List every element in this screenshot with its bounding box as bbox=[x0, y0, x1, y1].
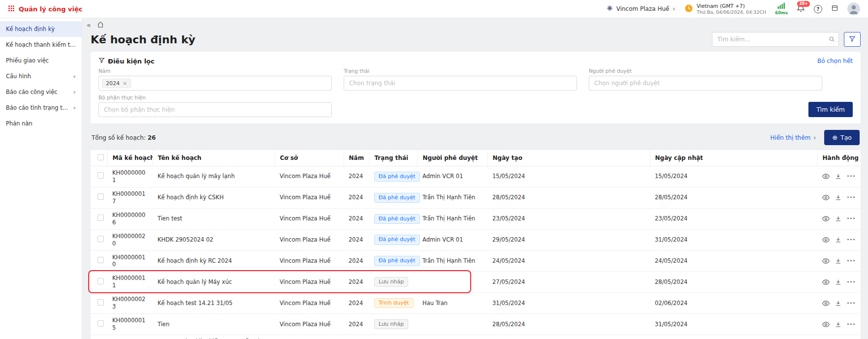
status-select[interactable] bbox=[344, 76, 577, 91]
table-row[interactable]: KH00000001Kế hoạch quản lý máy lạnhVinco… bbox=[91, 166, 861, 187]
table-row[interactable]: KH00000023Kế hoạch test 14.21 31/05Vinco… bbox=[91, 293, 861, 314]
view-icon[interactable] bbox=[822, 215, 830, 222]
row-checkbox[interactable] bbox=[97, 236, 104, 242]
user-avatar[interactable] bbox=[847, 2, 860, 15]
approver-select[interactable] bbox=[589, 76, 822, 91]
cell-created-date: 23/05/2024 bbox=[487, 208, 650, 229]
row-checkbox[interactable] bbox=[97, 278, 104, 284]
table-row[interactable]: KH00000020KHDK 29052024 02Vincom Plaza H… bbox=[91, 229, 861, 250]
table-row[interactable]: KH00000009CS016 - Checklist kiểm tra GH … bbox=[91, 335, 861, 339]
download-icon[interactable] bbox=[835, 300, 841, 307]
search-input[interactable] bbox=[712, 32, 839, 47]
cell-approver: Trần Thị Hạnh Tiên bbox=[418, 208, 487, 229]
row-checkbox[interactable] bbox=[97, 320, 104, 327]
help-button[interactable]: ? bbox=[814, 5, 822, 13]
column-header: Người phê duyệt bbox=[418, 150, 487, 166]
sidebar-item[interactable]: Kế hoạch định kỳ bbox=[0, 21, 82, 37]
view-icon[interactable] bbox=[822, 236, 830, 244]
table-body: KH00000001Kế hoạch quản lý máy lạnhVinco… bbox=[91, 166, 861, 339]
sidebar-item[interactable]: Phiếu giao việc bbox=[0, 53, 82, 68]
close-icon[interactable]: × bbox=[123, 81, 127, 86]
column-header: Năm bbox=[344, 150, 369, 166]
view-icon[interactable] bbox=[822, 300, 830, 307]
sidebar-item-label: Phản nàn bbox=[6, 120, 76, 127]
filter-toggle-button[interactable] bbox=[844, 32, 861, 47]
chevron-down-icon: ∨ bbox=[73, 74, 76, 79]
view-icon[interactable] bbox=[822, 257, 830, 265]
row-checkbox[interactable] bbox=[97, 215, 104, 221]
page-title: Kế hoạch định kỳ bbox=[91, 33, 195, 46]
more-actions-icon[interactable]: ··· bbox=[847, 278, 856, 286]
sidebar-item[interactable]: Kế hoạch thanh kiểm tra chất... bbox=[0, 37, 82, 53]
filter-search-button[interactable]: Tìm kiếm bbox=[808, 102, 853, 117]
sidebar-item[interactable]: Phản nàn bbox=[0, 116, 82, 131]
download-icon[interactable] bbox=[835, 237, 841, 243]
cell-site: Vincom Plaza Huế bbox=[275, 250, 344, 272]
cell-plan-name: Kế hoạch quản lý máy lạnh bbox=[153, 166, 275, 187]
cell-plan-code: KH00000006 bbox=[107, 208, 153, 229]
table-row[interactable]: KH00000011Kế hoạch quản lý Máy xúcVincom… bbox=[91, 272, 861, 293]
cell-plan-name: Kế hoạch định kỳ RC 2024 bbox=[153, 250, 275, 272]
download-icon[interactable] bbox=[835, 321, 841, 328]
download-icon[interactable] bbox=[835, 173, 841, 180]
app-logo[interactable]: Quản lý công việc bbox=[8, 5, 83, 13]
more-actions-icon[interactable]: ··· bbox=[847, 320, 856, 329]
table-row[interactable]: KH00000010Kế hoạch định kỳ RC 2024Vincom… bbox=[91, 250, 861, 272]
table-row[interactable]: KH00000015TienVincom Plaza Huế2024Lưu nh… bbox=[91, 314, 861, 335]
status-badge: Đã phê duyệt bbox=[374, 172, 420, 182]
collapse-sidebar-icon[interactable]: « bbox=[87, 22, 91, 29]
download-icon[interactable] bbox=[835, 216, 841, 222]
more-actions-icon[interactable]: ··· bbox=[847, 193, 856, 202]
year-select[interactable]: 2024 × bbox=[98, 76, 332, 91]
home-icon[interactable] bbox=[97, 21, 104, 30]
timezone-block[interactable]: Vietnam (GMT +7) Thứ Ba, 04/06/2024, 04:… bbox=[684, 3, 766, 15]
download-icon[interactable] bbox=[835, 279, 841, 285]
chevron-down-icon: ∨ bbox=[672, 6, 675, 11]
cell-plan-code: KH00000001 bbox=[107, 166, 153, 187]
sidebar-item[interactable]: Cấu hình∨ bbox=[0, 68, 82, 84]
view-icon[interactable] bbox=[822, 321, 830, 328]
more-actions-icon[interactable]: ··· bbox=[847, 257, 856, 265]
column-header: Hành động bbox=[817, 150, 861, 166]
cell-updated-date: 31/05/2024 bbox=[650, 229, 817, 250]
more-actions-icon[interactable]: ··· bbox=[847, 215, 856, 223]
sidebar-menu: Kế hoạch định kỳKế hoạch thanh kiểm tra … bbox=[0, 21, 82, 131]
more-actions-icon[interactable]: ··· bbox=[847, 172, 856, 181]
row-checkbox[interactable] bbox=[97, 172, 104, 179]
column-header: Cơ sở bbox=[275, 150, 344, 166]
apps-icon[interactable] bbox=[831, 4, 838, 13]
cell-plan-code: KH00000010 bbox=[107, 250, 153, 272]
cell-plan-code: KH00000017 bbox=[107, 187, 153, 208]
cell-plan-name: CS016 - Checklist kiểm tra GH ẩm thực hà… bbox=[153, 335, 275, 339]
sidebar-item[interactable]: Báo cáo công việc∨ bbox=[0, 84, 82, 100]
show-more-link[interactable]: Hiển thị thêm ∨ bbox=[771, 134, 817, 141]
row-checkbox[interactable] bbox=[97, 257, 104, 263]
cell-site: Vincom Plaza Huế bbox=[275, 293, 344, 314]
more-actions-icon[interactable]: ··· bbox=[847, 236, 856, 244]
download-icon[interactable] bbox=[835, 194, 841, 201]
view-icon[interactable] bbox=[822, 173, 830, 180]
select-all-checkbox[interactable] bbox=[97, 154, 104, 160]
status-badge: Đã phê duyệt bbox=[374, 256, 420, 266]
chevron-down-icon: ∨ bbox=[73, 106, 76, 110]
cell-approver bbox=[418, 335, 487, 339]
notifications-button[interactable]: 20+ bbox=[797, 4, 805, 14]
download-icon[interactable] bbox=[835, 258, 841, 264]
clear-all-link[interactable]: Bỏ chọn hết bbox=[817, 58, 853, 64]
cell-plan-name: KHDK 29052024 02 bbox=[153, 229, 275, 250]
org-name: Vincom Plaza Huế bbox=[616, 5, 670, 12]
cell-updated-date: 28/05/2024 bbox=[650, 187, 817, 208]
org-selector[interactable]: Vincom Plaza Huế ∨ bbox=[606, 4, 675, 13]
view-icon[interactable] bbox=[822, 194, 830, 201]
row-checkbox[interactable] bbox=[97, 299, 104, 306]
table-row[interactable]: KH00000017Kế hoạch định kỳ CSKHVincom Pl… bbox=[91, 187, 861, 208]
row-checkbox[interactable] bbox=[97, 193, 104, 200]
table-row[interactable]: KH00000006Tien testVincom Plaza Huế2024Đ… bbox=[91, 208, 861, 229]
notification-badge: 20+ bbox=[797, 1, 810, 7]
department-select[interactable] bbox=[98, 102, 332, 117]
create-button[interactable]: ⊕ Tạo bbox=[824, 130, 860, 145]
sidebar-item[interactable]: Báo cáo tình trạng thực hiện∨ bbox=[0, 100, 82, 116]
view-icon[interactable] bbox=[822, 278, 830, 286]
more-actions-icon[interactable]: ··· bbox=[847, 299, 856, 308]
cell-plan-code: KH00000009 bbox=[107, 335, 153, 339]
